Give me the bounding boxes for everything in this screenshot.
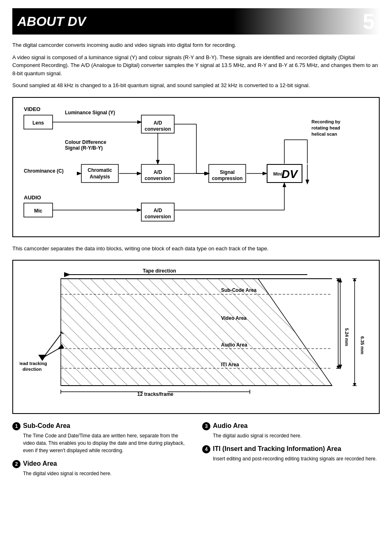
right-column: 3 Audio Area The digital audio signal is… <box>202 422 380 483</box>
section-2-heading: 2 Video Area <box>12 460 190 468</box>
intro-paragraph-1: The digital camcorder converts incoming … <box>12 41 380 49</box>
page-number: 5 <box>363 11 375 32</box>
svg-text:A/D: A/D <box>154 120 162 126</box>
track-diagram: Tape direction Sub-Code Area Video Area … <box>12 260 380 414</box>
svg-text:Colour Difference: Colour Difference <box>65 139 106 145</box>
svg-text:Lens: Lens <box>32 120 44 126</box>
bullet-1: 1 <box>12 422 21 430</box>
bottom-sections: 1 Sub-Code Area The Time Code and Date/T… <box>12 422 380 483</box>
svg-text:AUDIO: AUDIO <box>24 194 41 201</box>
intro-paragraph-3: Sound sampled at 48 kHz is changed to a … <box>12 81 380 90</box>
svg-text:Head tracking: Head tracking <box>20 361 47 366</box>
svg-text:Audio Area: Audio Area <box>221 342 247 348</box>
middle-text: This camcorder separates the data into b… <box>12 245 380 253</box>
section-3-title: Audio Area <box>213 422 248 430</box>
svg-text:VIDEO: VIDEO <box>24 106 40 112</box>
signal-flow-diagram: VIDEO Lens Luminance Signal (Y) Colour D… <box>12 97 380 237</box>
svg-text:Luminance Signal (Y): Luminance Signal (Y) <box>65 110 115 116</box>
svg-marker-78 <box>337 366 340 369</box>
svg-text:Signal: Signal <box>220 169 235 175</box>
bullet-4: 4 <box>202 445 210 453</box>
bullet-3: 3 <box>202 422 210 430</box>
svg-text:Sub-Code Area: Sub-Code Area <box>221 287 257 293</box>
section-4-title: ITI (Insert and Tracking Information) Ar… <box>213 445 341 453</box>
page-header: ABOUT DV 5 <box>12 8 380 35</box>
section-4-body: Insert editing and post-recording editin… <box>213 455 380 462</box>
svg-text:compression: compression <box>212 176 243 181</box>
page-title: ABOUT DV <box>17 14 363 29</box>
section-1-title: Sub-Code Area <box>23 422 70 430</box>
section-4-heading: 4 ITI (Insert and Tracking Information) … <box>202 445 380 453</box>
svg-text:Signal (R-Y/B-Y): Signal (R-Y/B-Y) <box>65 145 103 151</box>
svg-text:6.35 mm: 6.35 mm <box>360 336 365 354</box>
intro-paragraph-2: A video signal is composed of a luminanc… <box>12 53 380 78</box>
svg-marker-84 <box>353 383 356 386</box>
svg-text:A/D: A/D <box>154 208 162 213</box>
section-2-body: The digital video signal is recorded her… <box>23 470 190 477</box>
svg-text:Video Area: Video Area <box>221 315 247 321</box>
svg-text:Analysis: Analysis <box>90 174 110 180</box>
signal-diagram-svg: VIDEO Lens Luminance Signal (Y) Colour D… <box>20 103 377 230</box>
svg-text:direction: direction <box>23 367 42 372</box>
section-3-body: The digital audio signal is recorded her… <box>213 432 380 439</box>
svg-text:A/D: A/D <box>154 169 162 175</box>
svg-text:Chromatic: Chromatic <box>88 167 112 173</box>
section-1-body: The Time Code and Date/Time data are wri… <box>23 432 190 454</box>
svg-marker-83 <box>353 278 356 281</box>
svg-text:12 tracks/frame: 12 tracks/frame <box>137 391 173 397</box>
left-column: 1 Sub-Code Area The Time Code and Date/T… <box>12 422 190 483</box>
svg-text:helical scan: helical scan <box>311 132 337 136</box>
section-1-heading: 1 Sub-Code Area <box>12 422 190 430</box>
section-3-heading: 3 Audio Area <box>202 422 380 430</box>
svg-text:conversion: conversion <box>145 126 171 132</box>
svg-text:rotating head: rotating head <box>311 125 340 130</box>
svg-line-65 <box>42 334 61 359</box>
svg-text:Tape direction: Tape direction <box>143 268 176 274</box>
svg-text:conversion: conversion <box>145 214 171 220</box>
svg-marker-77 <box>337 278 340 281</box>
svg-text:DV: DV <box>281 168 298 180</box>
section-2-title: Video Area <box>23 460 57 467</box>
svg-text:conversion: conversion <box>145 176 171 181</box>
svg-text:Chrominance (C): Chrominance (C) <box>24 168 64 174</box>
bullet-2: 2 <box>12 460 21 468</box>
svg-text:5.24 mm: 5.24 mm <box>344 328 349 346</box>
svg-text:ITI Area: ITI Area <box>221 362 239 367</box>
svg-marker-52 <box>61 279 332 386</box>
track-svg: Tape direction Sub-Code Area Video Area … <box>20 266 377 406</box>
svg-text:Recording by: Recording by <box>311 119 341 124</box>
svg-text:Mic: Mic <box>34 208 42 214</box>
svg-text:Mini: Mini <box>273 171 282 176</box>
